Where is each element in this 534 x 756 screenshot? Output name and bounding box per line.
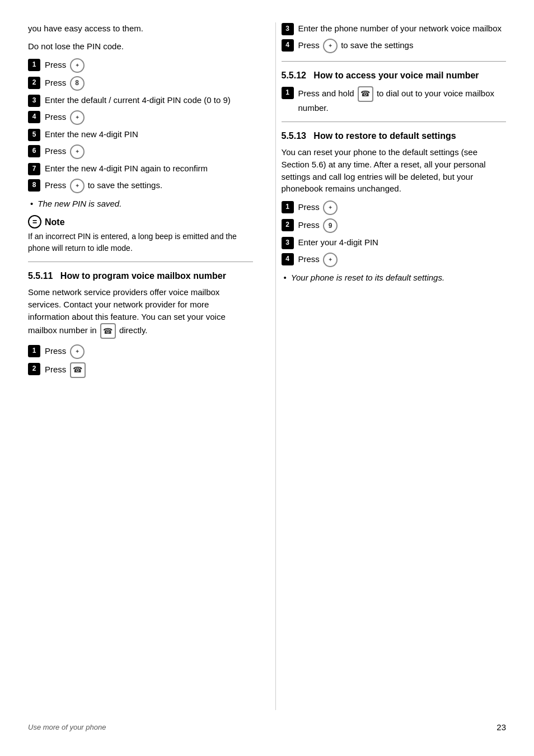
note-text: If an incorrect PIN is entered, a long b… — [28, 231, 253, 254]
nav-icon — [323, 200, 338, 215]
section-513-number: 5.5.13 — [282, 131, 306, 141]
step-item: 6 Press — [28, 144, 253, 159]
step-item: 8 Press to save the settings. — [28, 179, 253, 193]
step-item: 3 Enter the phone number of your network… — [282, 22, 507, 35]
step-item: 1 Press — [282, 200, 507, 215]
section-divider — [282, 122, 507, 122]
step-number: 4 — [282, 253, 294, 265]
nav-icon — [323, 39, 338, 53]
bullet-item-513: • Your phone is reset to its default set… — [284, 272, 507, 284]
intro-line1: you have easy access to them. — [28, 22, 253, 35]
bullet-text-513: Your phone is reset to its default setti… — [291, 272, 444, 284]
step-text: Press and hold ☎ to dial out to your voi… — [298, 86, 507, 114]
nav-icon — [70, 179, 85, 193]
step-number: 4 — [282, 39, 294, 52]
step-item: 2 Press 8 — [28, 76, 253, 91]
key-9-icon: 9 — [323, 218, 338, 233]
step-text: Enter the phone number of your network v… — [298, 22, 502, 34]
intro-line2: Do not lose the PIN code. — [28, 40, 253, 53]
step-item: 2 Press 9 — [282, 218, 507, 233]
step-item: 1 Press — [28, 344, 253, 359]
section-511-intro: Some network service providers offer voi… — [28, 286, 253, 338]
left-column: you have easy access to them. Do not los… — [28, 22, 259, 710]
step-number: 8 — [28, 179, 40, 192]
step-text: Enter your 4-digit PIN — [298, 236, 378, 248]
step-number: 1 — [282, 201, 294, 213]
step-item: 3 Enter your 4-digit PIN — [282, 236, 507, 249]
step-number: 2 — [282, 219, 294, 231]
step-text: Press — [298, 200, 339, 215]
step-item: 4 Press to save the settings — [282, 39, 507, 53]
step-number: 3 — [282, 237, 294, 249]
nav-icon — [323, 253, 338, 267]
note-label: Note — [45, 216, 65, 228]
right-column: 3 Enter the phone number of your network… — [275, 22, 507, 710]
main-steps: 1 Press 2 Press 8 3 Enter the default / … — [28, 58, 253, 193]
step-item: 1 Press and hold ☎ to dial out to your v… — [282, 86, 507, 114]
step-text: Enter the new 4-digit PIN — [45, 128, 138, 140]
step-item: 4 Press — [282, 253, 507, 267]
section-513-title: How to restore to default settings — [313, 131, 456, 141]
step-number: 1 — [28, 59, 40, 71]
footer: Use more of your phone 23 — [28, 710, 506, 734]
bullet-item: • The new PIN is saved. — [30, 198, 253, 210]
note-title: = Note — [28, 215, 253, 228]
section-511-number: 5.5.11 — [28, 271, 53, 281]
step-text: Press — [45, 58, 86, 73]
section-511-heading: 5.5.11 How to program voice mailbox numb… — [28, 270, 253, 282]
step-item: 4 Press — [28, 110, 253, 125]
step-item: 1 Press — [28, 58, 253, 73]
step-text: Press — [298, 253, 339, 267]
nav-icon — [70, 344, 85, 359]
phone-icon: ☎ — [70, 362, 86, 378]
nav-icon — [70, 110, 85, 125]
step-number: 2 — [28, 77, 40, 89]
step-item: 5 Enter the new 4-digit PIN — [28, 128, 253, 141]
step-item: 3 Enter the default / current 4-digit PI… — [28, 94, 253, 107]
step-text: Enter the default / current 4-digit PIN … — [45, 94, 231, 106]
step-number: 3 — [282, 23, 294, 35]
section-512-title: How to access your voice mail number — [313, 71, 479, 80]
section-divider — [282, 61, 507, 62]
section-512-steps: 1 Press and hold ☎ to dial out to your v… — [282, 86, 507, 114]
footer-left: Use more of your phone — [28, 722, 106, 733]
step-number: 1 — [28, 345, 40, 357]
bullet-dot: • — [284, 272, 287, 284]
footer-page: 23 — [496, 721, 506, 734]
phone-icon: ☎ — [100, 323, 116, 339]
step-text: Press 9 — [298, 218, 339, 233]
step-text: Enter the new 4-digit PIN again to recon… — [45, 162, 208, 174]
nav-icon — [70, 144, 85, 159]
section-513-intro: You can reset your phone to the default … — [282, 146, 507, 195]
note-box: = Note If an incorrect PIN is entered, a… — [28, 215, 253, 254]
key-8-icon: 8 — [70, 76, 85, 91]
nav-icon — [70, 58, 85, 73]
section-512-heading: 5.5.12 How to access your voice mail num… — [282, 69, 507, 82]
step-text: Press 8 — [45, 76, 86, 91]
section-divider — [28, 262, 253, 262]
step-text: Press — [45, 344, 86, 359]
section-513-heading: 5.5.13 How to restore to default setting… — [282, 130, 507, 142]
step-text: Press — [45, 110, 86, 125]
step-text: Press ☎ — [45, 362, 87, 378]
step-number: 4 — [28, 111, 40, 123]
step-item: 7 Enter the new 4-digit PIN again to rec… — [28, 162, 253, 175]
section-511-steps: 1 Press 2 Press ☎ — [28, 344, 253, 378]
step-number: 1 — [282, 87, 294, 99]
note-icon: = — [28, 215, 41, 228]
step-number: 7 — [28, 163, 40, 175]
step-number: 6 — [28, 145, 40, 157]
section-513-steps: 1 Press 2 Press 9 3 Enter your 4-digit P… — [282, 200, 507, 267]
phone-icon: ☎ — [358, 86, 373, 102]
page: you have easy access to them. Do not los… — [0, 0, 534, 756]
step-text: Press to save the settings. — [45, 179, 162, 193]
step-number: 3 — [28, 95, 40, 107]
step-number: 2 — [28, 363, 40, 375]
bullet-text: The new PIN is saved. — [38, 198, 121, 210]
step-text: Press — [45, 144, 86, 159]
step-text: Press to save the settings — [298, 39, 414, 53]
bullet-dot: • — [30, 198, 33, 210]
step-number: 5 — [28, 129, 40, 141]
steps-top-right: 3 Enter the phone number of your network… — [282, 22, 507, 53]
main-content: you have easy access to them. Do not los… — [28, 22, 506, 710]
